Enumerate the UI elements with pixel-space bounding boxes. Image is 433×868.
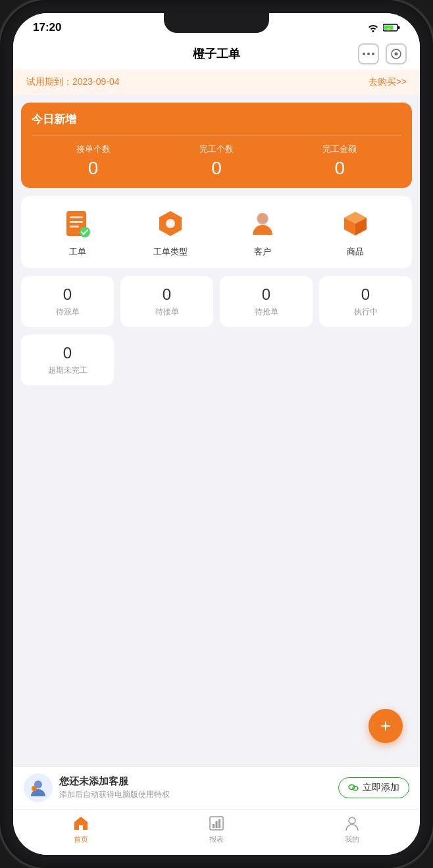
- stat-orders-completed-label: 完工个数: [199, 143, 234, 155]
- today-stats: 接单个数 0 完工个数 0 完工金额 0: [32, 135, 401, 179]
- svg-text:⚡: ⚡: [386, 26, 392, 32]
- fab-icon: +: [380, 717, 391, 735]
- quick-action-work-order-type[interactable]: 工单类型: [153, 206, 188, 258]
- tab-report-label: 报表: [209, 834, 224, 844]
- document-icon: [63, 208, 93, 239]
- header-actions: [358, 43, 407, 64]
- svg-point-24: [353, 786, 358, 790]
- svg-point-4: [363, 53, 365, 55]
- tab-mine[interactable]: 我的: [329, 815, 375, 844]
- avatar: [24, 773, 53, 802]
- svg-point-5: [367, 53, 370, 55]
- phone-shell: 17:20 ⚡ 橙子工单: [0, 0, 433, 868]
- svg-point-15: [166, 219, 175, 228]
- header: 橙子工单: [13, 39, 420, 70]
- stat-orders-accepted: 接单个数 0: [76, 143, 111, 179]
- svg-rect-27: [216, 821, 218, 828]
- quick-actions: 工单 工单类型: [21, 196, 412, 268]
- tab-home[interactable]: 首页: [58, 815, 104, 844]
- stat-completed-amount-label: 完工金额: [322, 143, 357, 155]
- svg-rect-1: [398, 26, 400, 29]
- product-icon-container: [338, 206, 372, 241]
- svg-rect-11: [70, 221, 83, 223]
- in-progress-value: 0: [361, 285, 370, 304]
- status-card-pending-grab[interactable]: 0 待抢单: [220, 276, 313, 327]
- bottom-banner: 您还未添加客服 添加后自动获得电脑版使用特权 立即添加: [13, 766, 420, 809]
- svg-point-6: [372, 53, 374, 55]
- overdue-label: 超期未完工: [48, 365, 88, 376]
- quick-action-work-order-type-label: 工单类型: [153, 246, 188, 258]
- tab-report[interactable]: 报表: [193, 815, 240, 844]
- tab-mine-label: 我的: [345, 834, 359, 844]
- customer-service-icon: [28, 778, 48, 798]
- status-icons: ⚡: [367, 23, 400, 32]
- trial-text: 试用期到：2023-09-04: [26, 76, 120, 88]
- today-card-title: 今日新增: [32, 112, 401, 127]
- status-grid-row1: 0 待派单 0 待接单 0 待抢单 0 执行中: [21, 276, 412, 327]
- status-time: 17:20: [33, 21, 61, 34]
- pending-accept-label: 待接单: [155, 306, 179, 318]
- phone-screen: 17:20 ⚡ 橙子工单: [13, 13, 420, 855]
- svg-rect-26: [213, 824, 215, 828]
- work-order-type-icon-container: [153, 206, 188, 241]
- status-card-pending-dispatch[interactable]: 0 待派单: [21, 276, 114, 327]
- banner-title: 您还未添加客服: [59, 775, 332, 788]
- status-card-pending-accept[interactable]: 0 待接单: [120, 276, 213, 327]
- today-card: 今日新增 接单个数 0 完工个数 0 完工金额 0: [21, 103, 412, 188]
- pending-grab-label: 待抢单: [255, 306, 278, 318]
- trial-banner: 试用期到：2023-09-04 去购买>>: [13, 70, 420, 95]
- tab-bar: 首页 报表: [13, 809, 420, 855]
- pending-grab-value: 0: [262, 285, 270, 304]
- quick-action-product[interactable]: 商品: [338, 206, 372, 258]
- status-grid-row2: 0 超期未完工: [21, 335, 412, 385]
- svg-rect-10: [70, 216, 83, 218]
- more-button[interactable]: [358, 43, 379, 64]
- hexagon-icon: [155, 208, 186, 239]
- mine-icon: [344, 815, 361, 832]
- svg-rect-28: [218, 819, 220, 828]
- status-card-overdue[interactable]: 0 超期未完工: [21, 335, 114, 385]
- work-order-icon-container: [61, 206, 95, 241]
- tab-home-label: 首页: [74, 834, 88, 844]
- more-icon: [363, 53, 374, 55]
- quick-action-work-order[interactable]: 工单: [61, 206, 95, 258]
- spacer: [21, 393, 412, 498]
- scroll-area: 今日新增 接单个数 0 完工个数 0 完工金额 0: [13, 95, 420, 766]
- wechat-icon: [348, 783, 359, 793]
- status-card-in-progress[interactable]: 0 执行中: [319, 276, 412, 327]
- quick-action-customer[interactable]: 客户: [245, 206, 280, 258]
- scan-button[interactable]: [386, 43, 407, 64]
- add-customer-service-button[interactable]: 立即添加: [338, 777, 409, 798]
- stat-orders-accepted-label: 接单个数: [76, 143, 111, 155]
- stat-orders-completed-value: 0: [211, 158, 222, 179]
- quick-action-product-label: 商品: [347, 246, 364, 258]
- stat-completed-amount-value: 0: [335, 158, 345, 179]
- quick-action-customer-label: 客户: [254, 246, 271, 258]
- svg-point-17: [257, 213, 268, 224]
- customer-icon-container: [245, 206, 280, 241]
- pending-dispatch-label: 待派单: [56, 306, 80, 318]
- in-progress-label: 执行中: [354, 306, 378, 318]
- person-icon: [247, 208, 278, 239]
- stat-orders-accepted-value: 0: [88, 158, 99, 179]
- stat-completed-amount: 完工金额 0: [322, 143, 357, 179]
- fab-button[interactable]: +: [369, 709, 403, 743]
- stat-orders-completed: 完工个数 0: [199, 143, 234, 179]
- svg-point-8: [395, 53, 398, 56]
- header-title: 橙子工单: [193, 46, 240, 62]
- quick-action-work-order-label: 工单: [69, 246, 86, 258]
- home-icon: [72, 815, 89, 832]
- box-icon: [340, 208, 370, 239]
- overdue-value: 0: [63, 344, 72, 362]
- svg-rect-12: [70, 226, 79, 228]
- banner-text: 您还未添加客服 添加后自动获得电脑版使用特权: [59, 775, 332, 800]
- battery-icon: ⚡: [383, 23, 400, 32]
- trial-buy-link[interactable]: 去购买>>: [369, 76, 407, 88]
- report-icon: [208, 815, 225, 832]
- pending-dispatch-value: 0: [63, 285, 72, 304]
- wifi-icon: [367, 23, 379, 32]
- banner-subtitle: 添加后自动获得电脑版使用特权: [59, 789, 332, 800]
- notch: [164, 13, 269, 33]
- scan-icon: [390, 48, 402, 60]
- svg-point-29: [349, 817, 355, 824]
